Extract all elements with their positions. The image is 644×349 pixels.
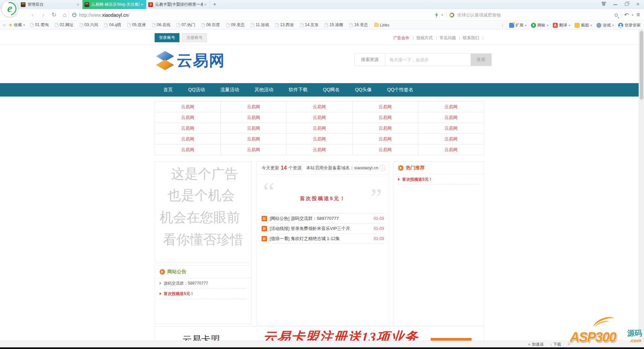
close-button[interactable]: × (635, 1, 641, 7)
accelerator-item[interactable]: » 加速器 (528, 342, 544, 347)
register-button[interactable]: 注册账号 (182, 33, 207, 42)
search-icon[interactable] (614, 13, 618, 17)
friend-link-cell[interactable]: 云易网 (155, 102, 221, 112)
bookmark-item[interactable]: 03.六间 (80, 22, 98, 28)
bookmark-item[interactable]: 02.网址 (55, 22, 73, 28)
friend-link-cell[interactable]: 云易网 (155, 123, 221, 134)
back-icon[interactable]: ‹ (28, 10, 37, 19)
tab-close-icon[interactable]: × (75, 2, 80, 7)
restore-button[interactable] (623, 1, 630, 7)
bookmark-item[interactable]: 08.百度 (202, 22, 220, 28)
toolbar-item-extensions[interactable]: 扩展 ▾ (509, 22, 527, 28)
ad-banner[interactable]: 这是个广告也是个机会机会在您眼前看你懂否珍惜 (155, 161, 252, 263)
bookmark-item[interactable]: 14.京东 (300, 22, 319, 28)
nav-item[interactable]: 其他活动 (255, 87, 273, 93)
hot-item[interactable]: 首次投稿送5元！ (398, 174, 479, 185)
home-icon[interactable]: ⌂ (60, 10, 69, 19)
favorites-menu[interactable]: ★ 收藏 ▾ (9, 22, 25, 28)
bookmark-folder-links[interactable]: Links (374, 23, 389, 27)
menu-icon[interactable]: ≡ (636, 11, 640, 18)
friend-link-cell[interactable]: 云易网 (286, 112, 352, 123)
toolbar-item-login-manager[interactable]: 登录管家 (618, 22, 641, 28)
minimize-button[interactable] (612, 1, 619, 7)
tab-kameng[interactable]: 卡 云易卡盟|卡盟排行榜第一名,全网 × (146, 0, 210, 9)
bookmark-item[interactable]: 13.西游 (275, 22, 294, 28)
nav-item[interactable]: QQ头像 (355, 87, 372, 93)
friend-link-cell[interactable]: 云易网 (286, 102, 352, 112)
url-field[interactable]: http://www.xiaodaoyl.cn/ (68, 10, 370, 19)
scrollbar[interactable] (639, 30, 644, 341)
friend-link-cell[interactable]: 云易网 (418, 134, 484, 144)
nav-item[interactable]: QQ网名 (323, 87, 340, 93)
news-item[interactable]: 新 [网站公告] 源码交流群：589770777 01-03 (262, 214, 384, 224)
news-item[interactable]: 新 [值得一看] 鬼吹灯之精绝古城 1-12集 01-03 (262, 234, 384, 244)
friend-link-cell[interactable]: 云易网 (353, 102, 418, 112)
friend-link-cell[interactable]: 云易网 (221, 102, 286, 112)
bookmark-item[interactable]: 06.在线 (152, 22, 171, 28)
nav-item[interactable]: 首页 (163, 87, 173, 93)
friend-link-cell[interactable]: 云易网 (221, 112, 286, 123)
bookmark-item[interactable]: 04.q萌 (104, 22, 121, 28)
toolbar-item-translate[interactable]: A 翻译 ▾ (553, 22, 570, 28)
theme-shirt-icon[interactable] (600, 1, 607, 7)
friend-link-cell[interactable]: 云易网 (286, 134, 352, 144)
nav-item[interactable]: QQ活动 (188, 87, 205, 93)
forward-icon[interactable]: › (39, 10, 48, 19)
toolbar-item-games[interactable]: 游戏 ▾ (596, 22, 614, 28)
bookmark-item[interactable]: 07.热门 (177, 22, 195, 28)
refresh-icon[interactable]: ↻ (50, 10, 58, 19)
nav-item[interactable]: 流量活动 (220, 87, 239, 93)
tab-close-icon[interactable]: × (203, 2, 208, 7)
friend-link-cell[interactable]: 云易网 (418, 144, 484, 155)
tab-yunyiwang-active[interactable]: 云易网-林乐乐'blog-关注最新Q( × (83, 0, 146, 9)
bookmark-item[interactable]: 15.港圈 (325, 22, 343, 28)
tab-admin[interactable]: 管理后台 × (19, 0, 83, 9)
header-link[interactable]: 常见问题 (438, 35, 462, 41)
header-link[interactable]: 广告合作 (392, 35, 415, 41)
sidebar-toggle-icon[interactable]: ▷ (3, 23, 6, 27)
friend-link-cell[interactable]: 云易网 (418, 123, 484, 134)
download-item[interactable]: ↓ 下载 (550, 342, 561, 347)
site-logo[interactable]: 云易网 (155, 49, 225, 72)
friend-link-cell[interactable]: 云易网 (221, 134, 286, 144)
notice-item[interactable]: 首次投稿送5元！ (160, 289, 247, 299)
friend-link-cell[interactable]: 云易网 (286, 144, 352, 155)
bookmark-item[interactable]: 05.亚洲 (127, 22, 146, 28)
friend-link-cell[interactable]: 云易网 (418, 112, 484, 123)
accelerator-bolt-icon[interactable] (435, 12, 438, 18)
friend-link-cell[interactable]: 云易网 (155, 112, 221, 123)
chevron-down-icon[interactable]: ▾ (441, 13, 443, 17)
friend-link-cell[interactable]: 云易网 (353, 144, 418, 155)
bookmark-item[interactable]: 11.游戏 (251, 22, 269, 28)
friend-link-cell[interactable]: 云易网 (418, 102, 484, 112)
friend-link-cell[interactable]: 云易网 (155, 144, 221, 155)
search-button[interactable]: 搜索 (471, 54, 491, 66)
undo-icon[interactable]: ↶ (624, 12, 629, 18)
new-tab-button[interactable]: + (210, 0, 219, 9)
bookmark-item[interactable]: 16.变态 (350, 22, 368, 28)
nav-item[interactable]: QQ个性签名 (387, 87, 413, 93)
news-item[interactable]: 新 [活动线报] 登录免费领虾米音乐VIP三个月 01-03 (262, 224, 384, 234)
friend-link-cell[interactable]: 云易网 (286, 123, 352, 134)
search-category-select[interactable]: 搜索资源 (355, 54, 385, 66)
friend-link-cell[interactable]: 云易网 (353, 112, 418, 123)
browser-logo-icon[interactable]: e (2, 1, 18, 17)
bookmark-item[interactable]: 09.变态 (226, 22, 245, 28)
friend-link-cell[interactable]: 云易网 (353, 123, 418, 134)
more-icon[interactable]: ⋮ (500, 23, 505, 28)
friend-link-cell[interactable]: 云易网 (221, 144, 286, 155)
toolbar-item-screenshot[interactable]: 截图 ▾ (575, 22, 592, 28)
search-engine-icon[interactable] (449, 13, 454, 17)
friend-link-cell[interactable]: 云易网 (155, 134, 221, 144)
friend-link-cell[interactable]: 云易网 (353, 134, 418, 144)
notice-item[interactable]: 源码交流群：589770777 (160, 278, 247, 289)
scrollbar-thumb[interactable] (640, 31, 643, 100)
search-input[interactable] (385, 54, 471, 66)
login-button[interactable]: 登录账号 (155, 33, 179, 42)
promo-text[interactable]: 首次投稿送5元！ (257, 195, 389, 202)
friend-link-cell[interactable]: 云易网 (221, 123, 286, 134)
header-link[interactable]: 联系我们 (462, 35, 485, 41)
chevron-down-icon[interactable]: ▾ (632, 13, 633, 17)
chevron-right-icon[interactable]: › (379, 165, 385, 171)
nav-item[interactable]: 软件下载 (289, 87, 308, 93)
